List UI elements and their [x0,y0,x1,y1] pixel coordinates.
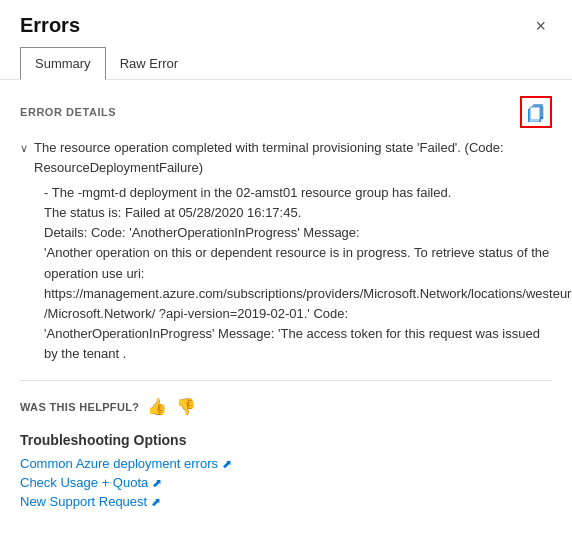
panel-content: ERROR DETAILS ∨ The resource operation c… [0,80,572,525]
helpful-label: WAS THIS HELPFUL? [20,401,139,413]
tab-summary[interactable]: Summary [20,47,106,80]
error-main-row: ∨ The resource operation completed with … [20,138,552,177]
detail-line3: Details: Code: 'AnotherOperationInProgre… [44,223,552,243]
errors-panel: Errors × Summary Raw Error ERROR DETAILS [0,0,572,551]
error-indent-block: - The ‑mgmt‑d deployment in the 02‑amst0… [44,183,552,364]
detail-line5: 'AnotherOperationInProgress' Message: 'T… [44,324,552,364]
detail-line1: - The ‑mgmt‑d deployment in the 02‑amst0… [44,183,552,203]
link-common-errors[interactable]: Common Azure deployment errors ⬈ [20,456,552,471]
external-link-icon-1: ⬈ [222,457,232,471]
thumbs-down-icon[interactable]: 👎 [176,397,196,416]
tab-raw-error[interactable]: Raw Error [106,48,193,79]
troubleshooting-section: Troubleshooting Options Common Azure dep… [20,432,552,509]
external-link-icon-3: ⬈ [151,495,161,509]
error-details-label: ERROR DETAILS [20,106,116,118]
error-block: ∨ The resource operation completed with … [20,138,552,364]
link-new-support[interactable]: New Support Request ⬈ [20,494,552,509]
panel-title: Errors [20,14,80,37]
thumbs-up-icon[interactable]: 👍 [147,397,167,416]
tab-bar: Summary Raw Error [0,47,572,80]
chevron-icon: ∨ [20,140,28,157]
divider [20,380,552,381]
svg-rect-4 [530,107,540,120]
troubleshooting-links: Common Azure deployment errors ⬈ Check U… [20,456,552,509]
copy-button[interactable] [520,96,552,128]
external-link-icon-2: ⬈ [152,476,162,490]
copy-icon [526,102,546,122]
troubleshooting-title: Troubleshooting Options [20,432,552,448]
helpful-row: WAS THIS HELPFUL? 👍 👎 [20,397,552,416]
close-button[interactable]: × [529,15,552,37]
link-check-quota[interactable]: Check Usage + Quota ⬈ [20,475,552,490]
detail-line4: 'Another operation on this or dependent … [44,243,552,324]
error-details-header: ERROR DETAILS [20,96,552,128]
detail-line2: The status is: Failed at 05/28/2020 16:1… [44,203,552,223]
main-error-text: The resource operation completed with te… [34,138,552,177]
panel-header: Errors × [0,0,572,47]
